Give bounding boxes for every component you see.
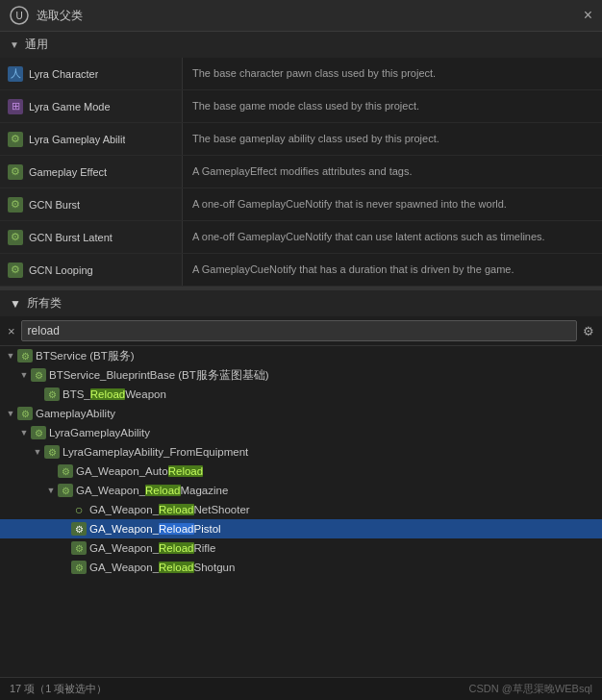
ue-logo-icon: U [10, 6, 29, 25]
tree-item-fromequipment[interactable]: ▼ ⚙ LyraGameplayAbility_FromEquipment [0, 442, 602, 462]
common-label-text-2: Lyra Gameplay Abilit [29, 134, 125, 145]
gear-icon-blueprintbase: ⚙ [31, 368, 46, 382]
common-row-lyra-gameplay-ability[interactable]: ⚙ Lyra Gameplay Abilit The base gameplay… [0, 123, 602, 156]
tree-item-ga-reload-netshooter[interactable]: ○ GA_Weapon_ReloadNetShooter [0, 500, 602, 519]
status-bar: 17 项（1 项被选中） CSDN @草思渠晚WEBsql [0, 677, 602, 700]
common-label-text-3: Gameplay Effect [29, 166, 107, 178]
common-row-label-4[interactable]: ⚙ GCN Burst [0, 188, 183, 220]
tree-label-btservice: BTService (BT服务) [36, 349, 135, 363]
expand-ga-reload-rifle [58, 543, 71, 553]
common-row-lyra-game-mode[interactable]: ⊞ Lyra Game Mode The base game mode clas… [0, 90, 602, 123]
common-desc-2: The base gameplay ability class used by … [183, 123, 602, 155]
common-row-lyra-character[interactable]: 人 Lyra Character The base character pawn… [0, 58, 602, 90]
common-row-gcn-burst[interactable]: ⚙ GCN Burst A one-off GameplayCueNotify … [0, 188, 602, 221]
gear-icon-2: ⚙ [8, 132, 23, 147]
common-section-header[interactable]: ▼ 通用 [0, 32, 602, 58]
gear-icon-ga-reload-rifle: ⚙ [71, 541, 87, 555]
tree-label-ga-reload-rifle: GA_Weapon_ReloadRifle [89, 542, 216, 554]
highlight-ga-reload-netshooter: Reload [159, 504, 193, 515]
tree-label-blueprintbase: BTService_BlueprintBase (BT服务蓝图基础) [49, 368, 269, 383]
tree-item-btservice-blueprintbase[interactable]: ▼ ⚙ BTService_BlueprintBase (BT服务蓝图基础) [0, 365, 602, 385]
title-bar-left: U 选取父类 [10, 6, 83, 25]
common-label-text-6: GCN Looping [29, 264, 93, 276]
common-row-label-1[interactable]: ⊞ Lyra Game Mode [0, 90, 183, 122]
gear-icon-lyra-gameplayability: ⚙ [31, 426, 46, 439]
common-desc-3: A GameplayEffect modifies attributes and… [183, 156, 602, 188]
search-settings-button[interactable]: ⚙ [583, 324, 594, 338]
gear-icon-ga-autoreload: ⚙ [58, 464, 73, 478]
common-desc-0: The base character pawn class used by th… [183, 58, 602, 89]
tree-item-ga-reload-rifle[interactable]: ⚙ GA_Weapon_ReloadRifle [0, 538, 602, 558]
gear-icon-btservice: ⚙ [17, 349, 33, 362]
title-bar: U 选取父类 × [0, 0, 602, 32]
tree-item-btservice[interactable]: ▼ ⚙ BTService (BT服务) [0, 346, 602, 365]
gear-icon-3: ⚙ [8, 164, 23, 180]
gear-icon-gameplayability: ⚙ [17, 407, 33, 420]
expand-ga-reload-netshooter [58, 505, 71, 514]
all-classes-header[interactable]: ▼ 所有类 [0, 290, 602, 316]
all-classes-arrow-icon: ▼ [10, 297, 21, 311]
tree-item-ga-reload-shotgun[interactable]: ⚙ GA_Weapon_ReloadShotgun [0, 558, 602, 577]
common-row-label-2[interactable]: ⚙ Lyra Gameplay Abilit [0, 123, 183, 155]
highlight-ga-reload-magazine: Reload [145, 485, 180, 496]
status-text: 17 项（1 项被选中） [10, 682, 107, 696]
tree-label-ga-reload-magazine: GA_Weapon_ReloadMagazine [76, 485, 228, 496]
common-arrow-icon: ▼ [10, 39, 19, 50]
gear-icon-ga-reload-magazine: ⚙ [58, 484, 73, 497]
highlight-bts-reload: Reload [90, 388, 125, 400]
common-label-text-4: GCN Burst [29, 199, 80, 211]
common-list: 人 Lyra Character The base character pawn… [0, 58, 602, 287]
svg-text:U: U [15, 11, 22, 21]
expand-btservice[interactable]: ▼ [4, 351, 17, 361]
tree-item-bts-reload[interactable]: ⚙ BTS_ReloadWeapon [0, 385, 602, 404]
highlight-ga-reload-shotgun: Reload [159, 562, 193, 573]
char-icon-0: 人 [8, 66, 23, 82]
all-classes-label: 所有类 [27, 295, 62, 312]
expand-lyra-gameplayability[interactable]: ▼ [17, 428, 31, 438]
watermark: CSDN @草思渠晚WEBsql [468, 682, 592, 696]
highlight-ga-reload-rifle: Reload [159, 542, 193, 554]
gear-icon-fromequipment: ⚙ [44, 445, 60, 459]
common-row-label-3[interactable]: ⚙ Gameplay Effect [0, 156, 183, 188]
gear-icon-bts-reload: ⚙ [44, 388, 60, 401]
tree-label-ga-autoreload: GA_Weapon_AutoReload [76, 465, 203, 477]
common-label-text-5: GCN Burst Latent [29, 232, 113, 243]
search-input[interactable] [21, 320, 577, 341]
common-row-gcn-burst-latent[interactable]: ⚙ GCN Burst Latent A one-off GameplayCue… [0, 221, 602, 254]
gear-icon-6: ⚙ [8, 262, 23, 278]
main-content: ▼ 通用 人 Lyra Character The base character… [0, 32, 602, 700]
expand-blueprintbase[interactable]: ▼ [17, 370, 31, 380]
tree-item-gameplayability[interactable]: ▼ ⚙ GameplayAbility [0, 404, 602, 423]
expand-fromequipment[interactable]: ▼ [31, 447, 44, 457]
expand-bts-reload [31, 389, 44, 399]
gear-icon-4: ⚙ [8, 197, 23, 212]
img-icon-1: ⊞ [8, 99, 23, 114]
common-row-gcn-looping[interactable]: ⚙ GCN Looping A GameplayCueNotify that h… [0, 254, 602, 287]
common-row-label-6[interactable]: ⚙ GCN Looping [0, 254, 183, 286]
common-row-label-0[interactable]: 人 Lyra Character [0, 58, 183, 89]
tree-area[interactable]: ▼ ⚙ BTService (BT服务) ▼ ⚙ BTService_Bluep… [0, 346, 602, 677]
tree-item-ga-autoreload[interactable]: ⚙ GA_Weapon_AutoReload [0, 462, 602, 481]
gear-icon-5: ⚙ [8, 230, 23, 245]
common-label-text-0: Lyra Character [29, 68, 98, 80]
close-button[interactable]: × [584, 8, 592, 23]
common-label-text-1: Lyra Game Mode [29, 101, 111, 112]
expand-ga-reload-magazine[interactable]: ▼ [44, 486, 58, 495]
expand-ga-reload-pistol [58, 524, 71, 534]
common-desc-4: A one-off GameplayCueNotify that is neve… [183, 188, 602, 220]
search-bar: × ⚙ [0, 316, 602, 346]
tree-item-lyra-gameplayability[interactable]: ▼ ⚙ LyraGameplayAbility [0, 423, 602, 442]
tree-label-bts-reload: BTS_ReloadWeapon [63, 388, 166, 400]
common-desc-1: The base game mode class used by this pr… [183, 90, 602, 122]
tree-item-ga-reload-magazine[interactable]: ▼ ⚙ GA_Weapon_ReloadMagazine [0, 481, 602, 500]
tree-label-lyra-gameplayability: LyraGameplayAbility [49, 427, 150, 438]
window-title: 选取父类 [37, 8, 83, 24]
common-row-gameplay-effect[interactable]: ⚙ Gameplay Effect A GameplayEffect modif… [0, 156, 602, 188]
expand-gameplayability[interactable]: ▼ [4, 409, 17, 418]
common-desc-6: A GameplayCueNotify that has a duration … [183, 254, 602, 286]
highlight-ga-reload-pistol: Reload [159, 523, 193, 535]
search-clear-button[interactable]: × [8, 324, 15, 338]
common-row-label-5[interactable]: ⚙ GCN Burst Latent [0, 221, 183, 253]
expand-ga-reload-shotgun [58, 562, 71, 572]
tree-item-ga-reload-pistol[interactable]: ⚙ GA_Weapon_ReloadPistol [0, 519, 602, 538]
